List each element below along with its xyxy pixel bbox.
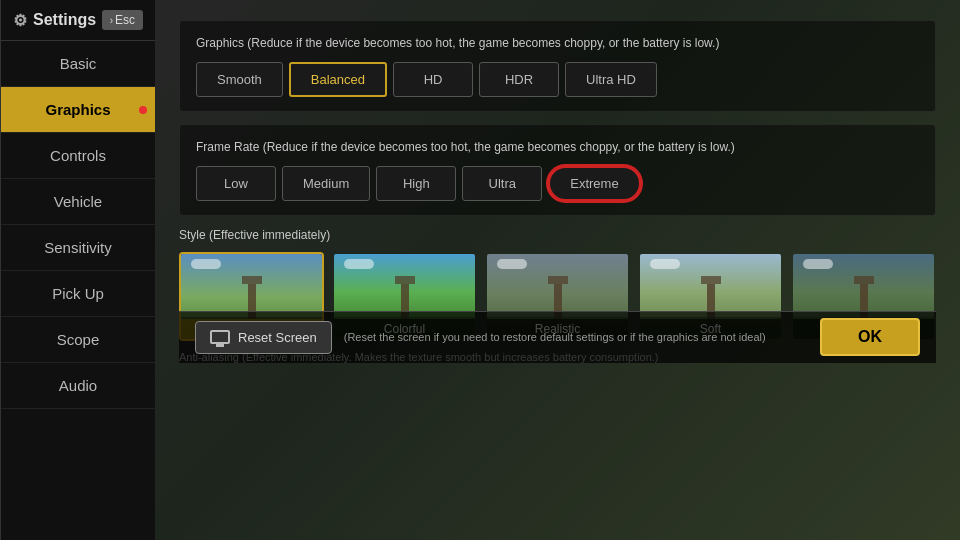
quality-hd-btn[interactable]: HD <box>393 62 473 97</box>
content-inner: Graphics (Reduce if the device becomes t… <box>179 20 936 363</box>
main-content: Graphics (Reduce if the device becomes t… <box>155 0 960 540</box>
sidebar-item-label: Controls <box>50 147 106 164</box>
quality-hdr-btn[interactable]: HDR <box>479 62 559 97</box>
framerate-medium-btn[interactable]: Medium <box>282 166 370 201</box>
sidebar: ⚙ Settings › Esc Basic Graphics Controls… <box>0 0 155 540</box>
sidebar-item-graphics[interactable]: Graphics <box>1 87 155 133</box>
sidebar-item-basic[interactable]: Basic <box>1 41 155 87</box>
framerate-extreme-btn[interactable]: Extreme <box>548 166 640 201</box>
framerate-label: Frame Rate (Reduce if the device becomes… <box>196 139 919 156</box>
framerate-low-btn[interactable]: Low <box>196 166 276 201</box>
settings-title: ⚙ Settings <box>13 11 96 30</box>
sidebar-item-vehicle[interactable]: Vehicle <box>1 179 155 225</box>
reset-hint: (Reset the screen if you need to restore… <box>344 331 808 343</box>
framerate-options: Low Medium High Ultra Extreme <box>196 166 919 201</box>
clouds-decoration <box>650 259 680 269</box>
sidebar-item-audio[interactable]: Audio <box>1 363 155 409</box>
sidebar-item-label: Audio <box>59 377 97 394</box>
framerate-section: Frame Rate (Reduce if the device becomes… <box>179 124 936 216</box>
esc-button[interactable]: › Esc <box>102 10 143 30</box>
clouds-decoration <box>497 259 527 269</box>
sidebar-item-scope[interactable]: Scope <box>1 317 155 363</box>
sidebar-item-controls[interactable]: Controls <box>1 133 155 179</box>
graphics-quality-label: Graphics (Reduce if the device becomes t… <box>196 35 919 52</box>
reset-label: Reset Screen <box>238 330 317 345</box>
gear-icon: ⚙ <box>13 11 27 30</box>
sidebar-item-label: Scope <box>57 331 100 348</box>
sidebar-item-label: Sensitivity <box>44 239 112 256</box>
graphics-quality-options: Smooth Balanced HD HDR Ultra HD <box>196 62 919 97</box>
quality-ultrahd-btn[interactable]: Ultra HD <box>565 62 657 97</box>
esc-arrow-icon: › <box>110 15 113 26</box>
sidebar-item-label: Vehicle <box>54 193 102 210</box>
sidebar-item-pickup[interactable]: Pick Up <box>1 271 155 317</box>
esc-label: Esc <box>115 13 135 27</box>
active-indicator <box>139 106 147 114</box>
quality-smooth-btn[interactable]: Smooth <box>196 62 283 97</box>
sidebar-item-label: Pick Up <box>52 285 104 302</box>
reset-screen-button[interactable]: Reset Screen <box>195 321 332 354</box>
sidebar-header: ⚙ Settings › Esc <box>1 0 155 41</box>
sidebar-item-label: Basic <box>60 55 97 72</box>
bottom-bar: Reset Screen (Reset the screen if you ne… <box>179 311 936 363</box>
style-label: Style (Effective immediately) <box>179 228 936 242</box>
clouds-decoration <box>191 259 221 269</box>
framerate-high-btn[interactable]: High <box>376 166 456 201</box>
clouds-decoration <box>344 259 374 269</box>
monitor-icon <box>210 330 230 344</box>
framerate-ultra-btn[interactable]: Ultra <box>462 166 542 201</box>
quality-balanced-btn[interactable]: Balanced <box>289 62 387 97</box>
ok-button[interactable]: OK <box>820 318 920 356</box>
graphics-quality-section: Graphics (Reduce if the device becomes t… <box>179 20 936 112</box>
clouds-decoration <box>803 259 833 269</box>
sidebar-item-label: Graphics <box>45 101 110 118</box>
settings-label: Settings <box>33 11 96 29</box>
sidebar-item-sensitivity[interactable]: Sensitivity <box>1 225 155 271</box>
